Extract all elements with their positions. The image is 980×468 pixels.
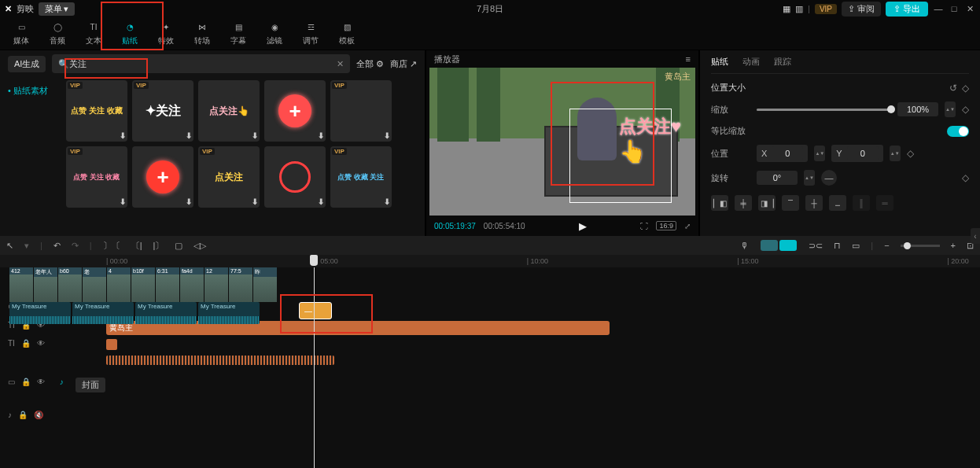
collapse-right[interactable]: ‹	[971, 228, 980, 244]
align-right[interactable]: ◨▕	[758, 195, 776, 211]
aspect-ratio[interactable]: 16:9	[656, 221, 676, 230]
sticker-item[interactable]: ⬇	[264, 146, 326, 208]
preview-icon[interactable]: ▭	[852, 241, 860, 251]
nav-caption[interactable]: ▤字幕	[220, 18, 256, 50]
split-button[interactable]: 〕〔	[103, 240, 120, 252]
rotate-dial[interactable]: —	[821, 170, 837, 186]
tab-tracking[interactable]: 跟踪	[774, 56, 791, 68]
video-clip[interactable]: b60	[58, 267, 82, 302]
align-center-h[interactable]: ╪	[735, 195, 752, 211]
scale-value[interactable]	[897, 102, 938, 116]
nav-sticker[interactable]: ◔贴纸	[112, 18, 148, 50]
marker-track[interactable]	[106, 356, 334, 365]
keyframe-icon[interactable]: ◇	[962, 83, 969, 94]
timeline-ruler[interactable]: | 00:00 | 05:00 | 10:00 | 15:00 | 20:00	[0, 255, 980, 267]
filter-button[interactable]: 全部 ⚙	[356, 58, 384, 70]
audio-clip[interactable]: My Treasure	[135, 302, 197, 324]
sticker-item[interactable]: VIP点赞 关注 收藏⬇	[66, 146, 127, 208]
play-button[interactable]: ▶	[579, 220, 587, 232]
layout-icon[interactable]: ▦	[783, 4, 790, 14]
cursor-tool[interactable]: ↖	[6, 241, 13, 251]
rotate-value[interactable]	[757, 171, 798, 185]
nav-text[interactable]: TI文本	[76, 18, 112, 50]
nav-media[interactable]: ▭媒体	[3, 18, 39, 50]
ai-generate-button[interactable]: AI生成	[8, 56, 46, 72]
search-box[interactable]: 🔍 ✕	[52, 54, 350, 73]
timeline[interactable]: ⊘🔒👁 — TI🔒👁 黄岛主 TI🔒👁 ▭🔒👁 ♪ 封面 412老年人b60老4…	[0, 267, 980, 468]
text-clip-small[interactable]	[106, 339, 117, 350]
tab-sticker[interactable]: 贴纸	[711, 56, 728, 68]
player-view[interactable]: 黄岛主 点关注♥👆	[429, 68, 695, 216]
search-input[interactable]	[69, 59, 337, 68]
overlay-sticker[interactable]: 点关注♥👆	[619, 115, 681, 164]
nav-audio[interactable]: ◯音频	[39, 18, 76, 50]
maximize-icon[interactable]: □	[949, 3, 960, 14]
minimize-icon[interactable]: —	[933, 3, 944, 14]
video-clip[interactable]: 老年人	[34, 267, 57, 302]
audio-clip[interactable]: My Treasure	[9, 302, 71, 324]
video-clip[interactable]: 老	[83, 267, 106, 302]
zoom-in[interactable]: +	[951, 241, 956, 250]
trim-right[interactable]: |〕	[153, 240, 164, 252]
keyframe-icon[interactable]: ◇	[962, 104, 969, 115]
link-icon[interactable]: ⊃⊂	[809, 241, 823, 251]
align-center-v[interactable]: ┼	[805, 195, 823, 211]
align-bottom[interactable]: ⎽	[829, 195, 846, 211]
redo-button[interactable]: ↷	[72, 241, 79, 251]
delete-button[interactable]: ▢	[175, 241, 182, 251]
video-track[interactable]: 412老年人b60老4b10f6:31fa4d1277:5昨	[9, 267, 980, 302]
video-clip[interactable]: 4	[107, 267, 131, 302]
sticker-item[interactable]: 点关注👆⬇	[198, 80, 260, 142]
sticker-item[interactable]: +⬇	[264, 80, 326, 142]
menu-button[interactable]: 菜单 ▾	[39, 2, 75, 16]
shop-button[interactable]: 商店 ↗	[390, 58, 417, 70]
video-clip[interactable]: 412	[9, 267, 33, 302]
undo-button[interactable]: ↶	[53, 241, 61, 251]
mute-audio-icon[interactable]: 🔇	[34, 411, 43, 419]
mirror-button[interactable]: ◁▷	[193, 241, 206, 251]
x-spinner[interactable]: ▲▼	[814, 146, 825, 161]
video-clip[interactable]: 12	[204, 267, 228, 302]
clear-search-icon[interactable]: ✕	[337, 59, 344, 69]
player-menu-icon[interactable]: ≡	[686, 54, 691, 64]
nav-effect[interactable]: ✦特效	[148, 18, 184, 50]
fullscreen-icon[interactable]: ⤢	[684, 222, 691, 230]
sticker-item[interactable]: VIP点关注⬇	[198, 146, 260, 208]
position-y[interactable]: Y	[831, 145, 882, 162]
uniform-scale-toggle[interactable]	[947, 126, 969, 137]
sticker-item[interactable]: VIP✦关注⬇	[132, 80, 193, 142]
nav-adjust[interactable]: ☲调节	[293, 18, 329, 50]
align-top[interactable]: ⎺	[782, 195, 799, 211]
scale-spinner[interactable]: ▲▼	[945, 101, 956, 117]
sticker-item[interactable]: +⬇	[132, 146, 193, 208]
sticker-item[interactable]: VIP点赞 关注 收藏⬇	[66, 80, 127, 142]
vip-badge[interactable]: VIP	[815, 4, 837, 14]
panel-icon[interactable]: ▥	[795, 4, 803, 14]
share-button[interactable]: ⇪ 审阅	[842, 2, 881, 17]
snapshot-icon[interactable]: ⛶	[640, 222, 648, 230]
snap-modes[interactable]	[760, 240, 798, 251]
export-button[interactable]: ⇪ 导出	[886, 2, 928, 17]
sticker-clip[interactable]: —	[299, 302, 332, 319]
category-item[interactable]: • 贴纸素材	[0, 82, 63, 100]
nav-template[interactable]: ▧模板	[329, 18, 365, 50]
trim-left[interactable]: 〔|	[131, 240, 142, 252]
playhead[interactable]	[314, 267, 315, 468]
audio-clip[interactable]: My Treasure	[72, 302, 134, 324]
sticker-item[interactable]: VIP点赞 收藏 关注⬇	[330, 146, 392, 208]
zoom-out[interactable]: −	[884, 241, 889, 250]
video-clip[interactable]: fa4d	[180, 267, 204, 302]
zoom-slider[interactable]	[901, 245, 940, 247]
video-clip[interactable]: 昨	[253, 267, 277, 302]
download-icon[interactable]: ⬇	[120, 131, 126, 140]
rotate-spinner[interactable]: ▲▼	[804, 170, 815, 186]
playhead-handle[interactable]	[310, 255, 318, 266]
keyframe-icon[interactable]: ◇	[907, 148, 914, 159]
position-x[interactable]: X	[757, 145, 808, 162]
cover-button[interactable]: 封面	[76, 378, 105, 392]
video-clip[interactable]: 77:5	[229, 267, 252, 302]
audio-clip[interactable]: My Treasure	[198, 302, 260, 324]
sticker-item[interactable]: VIP⬇	[330, 80, 392, 142]
mic-icon[interactable]: 🎙	[740, 241, 749, 250]
y-spinner[interactable]: ▲▼	[890, 146, 901, 161]
